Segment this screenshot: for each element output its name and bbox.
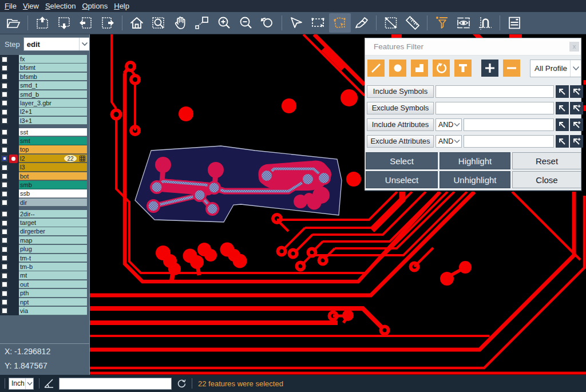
layer-row-smd_t[interactable]: smd_t (0, 81, 90, 90)
layer-name-target[interactable]: target (19, 219, 87, 227)
unit-select[interactable]: Inch (9, 378, 34, 390)
and-or-select[interactable]: AND (435, 135, 462, 148)
layer-checkbox-out[interactable] (1, 281, 8, 288)
layer-name-smb[interactable]: smb (19, 181, 87, 189)
filter-mode-positive-button[interactable] (481, 60, 498, 77)
layer-checkbox-2dir--[interactable] (1, 211, 8, 217)
select-rectangle-button[interactable] (307, 13, 329, 33)
pick-from-canvas-button[interactable] (556, 102, 569, 114)
layer-name-bfsmt[interactable]: bfsmt (19, 64, 87, 72)
layer-row-smb[interactable]: smb (0, 181, 90, 189)
layer-name-map[interactable]: map (19, 236, 87, 245)
close-button[interactable]: Close (512, 171, 581, 188)
layer-name-dirgerber[interactable]: dirgerber (19, 227, 87, 236)
select-cursor-button[interactable] (286, 13, 307, 33)
highlight-button[interactable]: Highlight (440, 152, 510, 169)
layer-checkbox-npt[interactable] (1, 299, 8, 306)
layer-checkbox-l3+1[interactable] (1, 117, 8, 124)
layer-name-sst[interactable]: sst (19, 128, 87, 137)
pick-from-canvas-button[interactable] (556, 85, 569, 98)
layer-row-pth[interactable]: pth (0, 289, 90, 298)
coordinate-input[interactable] (59, 378, 172, 390)
layer-name-top[interactable]: top (19, 145, 87, 154)
layer-checkbox-sst[interactable] (1, 129, 8, 136)
layer-row-npt[interactable]: npt (0, 298, 90, 307)
layer-row-smd_b[interactable]: smd_b (0, 90, 90, 99)
layer-row-dir[interactable]: dir (0, 199, 90, 207)
filter-type-pad-button[interactable] (389, 60, 406, 77)
layer-name-smd_t[interactable]: smd_t (19, 81, 87, 90)
refresh-icon[interactable] (177, 379, 187, 389)
profile-select[interactable]: All Profile (530, 60, 581, 77)
unselect-button[interactable]: Unselect (366, 171, 438, 188)
exclude-attributes-button[interactable]: Exclude Attributes (367, 135, 434, 148)
layer-checkbox-pth[interactable] (1, 290, 8, 297)
layer-name-tm-b[interactable]: tm-b (19, 263, 87, 271)
layer-row-tm-t[interactable]: tm-t (0, 254, 90, 263)
layer-name-mt[interactable]: mt (19, 271, 87, 280)
include-symbols-input[interactable] (435, 85, 554, 98)
layer-name-layer_3.gbr[interactable]: layer_3.gbr (19, 99, 87, 108)
layer-name-fx[interactable]: fx (19, 55, 87, 64)
filter-type-surface-button[interactable] (411, 60, 428, 77)
view-window-button[interactable] (453, 13, 474, 33)
layer-name-pth[interactable]: pth (19, 289, 87, 298)
layer-checkbox-tm-t[interactable] (1, 255, 8, 262)
pan-left-button[interactable] (75, 13, 97, 33)
layer-row-tm-b[interactable]: tm-b (0, 263, 90, 271)
pan-down-button[interactable] (53, 13, 75, 33)
layer-name-dir[interactable]: dir (19, 199, 87, 207)
exclude-symbols-button[interactable]: Exclude Symbols (367, 102, 434, 114)
layer-row-l3+1[interactable]: l3+1 (0, 117, 90, 125)
include-attributes-button[interactable]: Include Attributes (367, 118, 434, 131)
layer-row-map[interactable]: map (0, 236, 90, 245)
select-button[interactable]: Select (366, 152, 438, 169)
filter-type-line-button[interactable] (367, 60, 385, 77)
layer-row-via[interactable]: via (0, 307, 90, 315)
layer-name-smt[interactable]: smt (19, 137, 87, 145)
pan-right-button[interactable] (97, 13, 118, 33)
exclude-symbols-input[interactable] (435, 102, 554, 114)
layer-checkbox-l3[interactable] (1, 164, 8, 171)
layer-row-l2[interactable]: l222 (0, 155, 90, 163)
menu-item-selection[interactable]: Selection (42, 0, 78, 12)
layer-row-ssb[interactable]: ssb (0, 189, 90, 198)
filter-mode-negative-button[interactable] (503, 60, 520, 77)
layer-checkbox-top[interactable] (1, 146, 8, 153)
layer-row-l2+1[interactable]: l2+1 (0, 108, 90, 116)
step-select[interactable]: edit (23, 37, 90, 51)
layer-row-bfsmt[interactable]: bfsmt (0, 64, 90, 72)
menu-item-file[interactable]: File (2, 0, 19, 12)
layer-name-out[interactable]: out (19, 280, 87, 289)
layer-row-2dir--[interactable]: 2dir-- (0, 210, 90, 219)
layer-checkbox-smt[interactable] (1, 138, 8, 145)
layer-row-top[interactable]: top (0, 145, 90, 154)
open-file-button[interactable] (2, 13, 24, 33)
layer-row-dirgerber[interactable]: dirgerber (0, 227, 90, 236)
layer-row-layer_3.gbr[interactable]: layer_3.gbr (0, 99, 90, 108)
layer-checkbox-bfsmt[interactable] (1, 65, 8, 72)
layer-row-bot[interactable]: bot (0, 172, 90, 181)
layer-checkbox-target[interactable] (1, 220, 8, 227)
layer-row-mt[interactable]: mt (0, 271, 90, 280)
layer-checkbox-l2+1[interactable] (1, 109, 8, 116)
measure-window-button[interactable] (380, 13, 402, 33)
layer-name-ssb[interactable]: ssb (19, 189, 87, 198)
reset-button[interactable]: Reset (512, 152, 581, 169)
filter-type-text-button[interactable] (454, 60, 472, 77)
layer-name-npt[interactable]: npt (19, 298, 87, 307)
layer-row-bfsmb[interactable]: bfsmb (0, 73, 90, 81)
zoom-in-button[interactable] (213, 13, 235, 33)
layer-name-l3[interactable]: l3 (19, 163, 87, 172)
layer-name-bfsmb[interactable]: bfsmb (19, 73, 87, 81)
zoom-out-button[interactable] (235, 13, 256, 33)
layer-name-bot[interactable]: bot (19, 172, 87, 181)
layer-checkbox-bot[interactable] (1, 173, 8, 180)
layer-name-l3+1[interactable]: l3+1 (19, 117, 87, 125)
exclude-attributes-input[interactable] (464, 135, 554, 148)
layer-checkbox-bfsmb[interactable] (1, 73, 8, 80)
zoom-polygon-button[interactable] (191, 13, 213, 33)
zoom-window-button[interactable] (148, 13, 169, 33)
filter-type-arc-button[interactable] (433, 60, 450, 77)
layer-name-via[interactable]: via (19, 307, 87, 315)
